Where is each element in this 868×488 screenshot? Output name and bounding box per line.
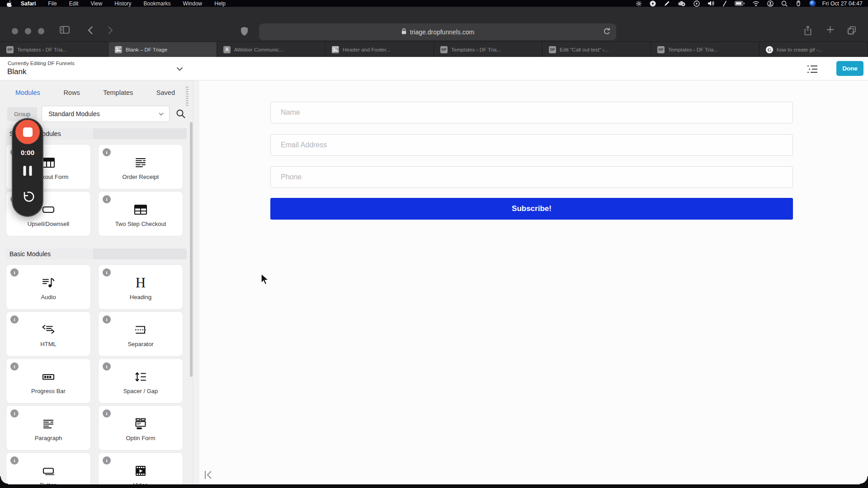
tab-overview-icon[interactable] (847, 26, 856, 35)
info-icon[interactable]: i (10, 456, 19, 465)
info-icon[interactable]: i (103, 315, 111, 324)
sidebar-tab-rows[interactable]: Rows (63, 89, 80, 96)
pause-recording-button[interactable] (24, 166, 32, 176)
subscribe-button[interactable]: Subscribe! (270, 198, 793, 220)
menu-history[interactable]: History (114, 0, 131, 7)
address-bar[interactable]: triage.dropfunnels.com (259, 23, 616, 40)
menu-edit[interactable]: Edit (69, 0, 79, 7)
module-card-optin[interactable]: iOptin Form (99, 406, 183, 450)
info-icon[interactable]: i (103, 409, 111, 418)
sidebar-tab-templates[interactable]: Templates (103, 89, 133, 96)
settings-icon[interactable] (636, 0, 642, 7)
info-icon[interactable]: i (10, 315, 19, 324)
minimize-window-button[interactable] (25, 28, 31, 34)
browser-tab-3[interactable]: AAWeber Communic... (217, 42, 326, 57)
email-address-input[interactable] (270, 134, 793, 156)
name-input[interactable] (270, 102, 793, 123)
outline-view-icon[interactable] (805, 64, 820, 74)
sidebar-tab-saved[interactable]: Saved (156, 89, 175, 96)
restart-recording-button[interactable] (21, 190, 34, 206)
app-menus: SafariFileEditViewHistoryBookmarksWindow… (21, 0, 226, 7)
menu-window[interactable]: Window (183, 0, 203, 7)
apple-menu-icon[interactable] (5, 0, 13, 7)
search-modules-icon[interactable] (176, 109, 186, 119)
module-label: Audio (41, 294, 56, 300)
share-icon[interactable] (804, 26, 812, 36)
menu-bookmarks[interactable]: Bookmarks (144, 0, 171, 7)
module-card-html[interactable]: iHTML (6, 312, 90, 356)
browser-tab-4[interactable]: Header and Footer... (326, 42, 434, 57)
pen-icon[interactable] (664, 0, 670, 7)
back-icon[interactable] (87, 26, 93, 35)
browser-tab-5[interactable]: DFTemplates ‹ DF Tria... (434, 42, 542, 57)
browser-tab-8[interactable]: Ghow to create gif -... (760, 42, 868, 57)
module-card-progress[interactable]: iProgress Bar (6, 359, 90, 403)
drag-grip-icon[interactable] (186, 87, 189, 107)
reload-icon[interactable] (603, 27, 611, 37)
browser-tab-2[interactable]: Blank – DF Triage (108, 42, 217, 57)
sidebar-scrollbar[interactable] (190, 122, 193, 377)
stylus-icon[interactable] (722, 0, 727, 7)
google-favicon: G (766, 46, 773, 53)
page-name: Blank (7, 67, 27, 76)
section-title: Basic Modules (6, 250, 51, 258)
new-tab-icon[interactable] (826, 26, 834, 33)
module-card-heading[interactable]: iHHeading (99, 265, 183, 309)
info-icon[interactable]: i (103, 148, 111, 156)
group-select-value: Standard Modules (48, 110, 100, 117)
close-window-button[interactable] (12, 28, 18, 34)
privacy-shield-icon[interactable] (241, 27, 248, 36)
module-card-order-receipt[interactable]: iOrder Receipt (99, 145, 183, 189)
sidebar-tab-modules[interactable]: Modules (15, 89, 40, 96)
address-url: triage.dropfunnels.com (410, 28, 474, 36)
module-label: Paragraph (35, 435, 62, 441)
module-card-button[interactable]: iButton (6, 453, 90, 488)
collapse-sidebar-icon[interactable] (202, 469, 214, 481)
sidebar-toggle-icon[interactable] (60, 26, 70, 34)
wifi-icon[interactable] (752, 1, 760, 6)
module-card-paragraph[interactable]: iParagraph (6, 406, 90, 450)
forward-icon[interactable] (108, 26, 113, 35)
info-icon[interactable]: i (103, 195, 111, 203)
module-card-spacer[interactable]: iSpacer / Gap (99, 359, 183, 403)
info-icon[interactable]: i (103, 362, 111, 371)
info-icon[interactable]: i (10, 362, 19, 371)
stop-recording-button[interactable] (15, 120, 40, 144)
browser-tab-6[interactable]: DFEdit "Call out test" ‹... (542, 42, 651, 57)
user-icon[interactable] (767, 0, 774, 7)
search-icon[interactable] (781, 0, 788, 7)
flash-icon[interactable] (650, 0, 656, 7)
info-icon[interactable]: i (10, 409, 19, 418)
module-card-two-step[interactable]: iTwo Step Checkout (99, 192, 183, 236)
volume-icon[interactable] (708, 0, 715, 6)
module-card-separator[interactable]: iSeparator (99, 312, 183, 356)
screen: SafariFileEditViewHistoryBookmarksWindow… (0, 0, 868, 488)
tab-title: Header and Footer... (343, 47, 390, 52)
phone-input[interactable] (270, 166, 793, 188)
module-group-select[interactable]: Standard Modules (42, 106, 170, 122)
info-icon[interactable]: i (103, 456, 111, 465)
browser-tab-1[interactable]: DFTemplates ‹ DF Tria... (0, 42, 108, 57)
module-card-audio[interactable]: iAudio (6, 265, 90, 309)
siri-icon[interactable] (809, 0, 816, 7)
info-icon[interactable]: i (10, 268, 19, 277)
tab-title: Templates ‹ DF Tria... (17, 47, 67, 52)
info-icon[interactable]: i (103, 268, 111, 277)
battery-icon[interactable] (735, 1, 745, 6)
module-card-video[interactable]: iVideo (99, 453, 183, 488)
done-button[interactable]: Done (836, 61, 863, 76)
zoom-window-button[interactable] (38, 28, 44, 34)
display-icon[interactable] (795, 0, 802, 6)
module-label: HTML (40, 341, 56, 347)
menu-clock[interactable]: Fri Oct 27 04:47 (822, 0, 863, 7)
play-circle-icon[interactable] (693, 0, 700, 7)
menu-view[interactable]: View (90, 0, 102, 7)
module-label: Progress Bar (31, 388, 66, 394)
cloud-error-icon[interactable] (678, 0, 686, 6)
menu-file[interactable]: File (48, 0, 57, 7)
chevron-down-icon[interactable] (176, 65, 183, 73)
page-favicon (332, 46, 339, 53)
menu-help[interactable]: Help (214, 0, 226, 7)
browser-tab-7[interactable]: DFTemplates ‹ DF Tria... (651, 42, 760, 57)
menu-safari[interactable]: Safari (21, 0, 36, 7)
